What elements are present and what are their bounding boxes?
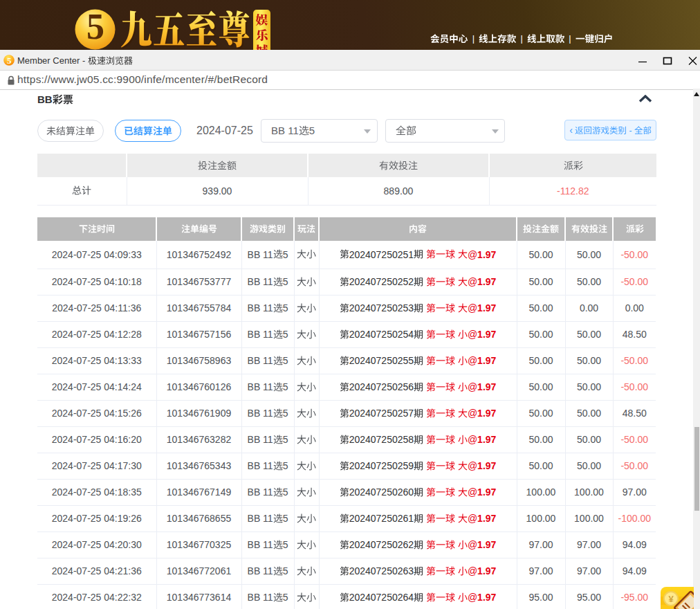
svg-text:¥: ¥ xyxy=(668,594,674,604)
svg-text:5: 5 xyxy=(7,55,12,66)
